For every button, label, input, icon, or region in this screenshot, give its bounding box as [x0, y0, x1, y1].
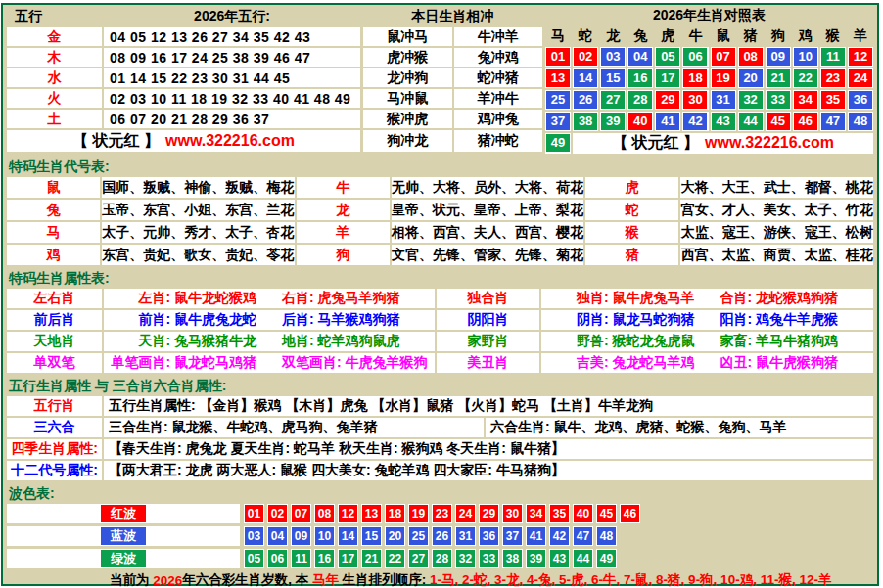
attribute-value: 地肖: 蛇羊鸡狗鼠虎 [282, 333, 400, 350]
attribute-value: 双笔画肖: 牛虎兔羊猴狗 [282, 354, 428, 372]
bose-number: 08 [315, 505, 334, 522]
attribute-value: 左肖: 鼠牛龙蛇猴鸡 [138, 290, 256, 307]
zodiac-number-cell: 23 [820, 68, 846, 88]
table-row: 土 06 07 20 21 28 29 36 37 [7, 110, 360, 128]
table-row: 鼠冲马 牛冲羊 [363, 27, 542, 46]
attribute-value: 【两大君王: 龙虎 两大恶人: 鼠猴 四大美女: 兔蛇羊鸡 四大家臣: 牛马猪狗… [104, 461, 873, 480]
zodiac-number: 18 [683, 69, 707, 87]
zodiac-number: 16 [628, 69, 652, 87]
zodiac-number-cell: 30 [682, 90, 708, 110]
attribute-category: 四季生肖属性: [7, 439, 102, 459]
zodiac-animal: 羊 [848, 26, 873, 44]
element-label: 金 [7, 27, 102, 46]
bose-number: 34 [527, 505, 545, 522]
chong-title: 本日生肖相冲 [363, 7, 542, 25]
zodiac-number: 24 [849, 69, 872, 87]
zodiac-label: 马 [7, 222, 100, 243]
zodiac-animal: 虎 [655, 26, 680, 44]
zodiac-number-cell: 01 [545, 47, 571, 67]
bose-label: 蓝波 [101, 527, 146, 545]
zodiac-number: 38 [574, 113, 597, 130]
zodiac-number: 49 [546, 134, 570, 152]
brand-text: 【 状元红 】 [612, 133, 699, 154]
table-row: 水 01 14 15 22 23 30 31 44 45 [7, 68, 360, 87]
zodiac-number-rows: 0102030405060708091011121314151617181920… [545, 47, 873, 133]
zodiac-number-cell: 49 [545, 133, 571, 154]
table-row: 三六合 三合生肖: 鼠龙猴、牛蛇鸡、虎马狗、兔羊猪 六合生肖: 鼠牛、龙鸡、虎猪… [7, 418, 873, 437]
zodiac-number-cell: 18 [682, 68, 708, 88]
page-frame: 五行 2026年五行: 金 04 05 12 13 26 27 34 35 42… [1, 3, 879, 586]
zodiac-number: 46 [794, 113, 817, 130]
zodiac-number-cell: 03 [600, 47, 626, 67]
attribute-value: 天肖: 兔马猴猪牛龙 [138, 333, 256, 350]
bose-number: 35 [550, 505, 569, 522]
bose-number: 41 [527, 527, 545, 545]
brand-text: 【 状元红 】 [72, 131, 160, 152]
bose-number: 48 [597, 527, 616, 545]
attribute-row: 前后肖 前肖: 鼠牛虎兔龙蛇 后肖: 马羊猴鸡狗猪 阴阳肖 阴肖: 鼠龙马蛇狗猪… [7, 310, 873, 330]
zodiac-animal: 牛 [682, 26, 708, 44]
brand-url[interactable]: www.322216.com [165, 132, 295, 150]
attribute-value: 野兽: 猴蛇龙兔虎鼠 [577, 333, 695, 350]
section-title-wuxing-attr: 五行生肖属性 与 三合肖六合肖属性: [7, 378, 873, 394]
footer-text-segment: 2026 [153, 573, 182, 588]
attribute-value: 合肖: 龙蛇猴鸡狗猪 [720, 290, 839, 307]
zodiac-animal: 龙 [600, 26, 626, 44]
bose-number: 28 [433, 550, 451, 567]
bose-number: 36 [480, 527, 498, 545]
footer-text-segment: 生肖排列顺序: [339, 571, 430, 588]
shuxing-table: 左右肖 左肖: 鼠牛龙蛇猴鸡 右肖: 虎兔马羊狗猪 独合肖 独肖: 鼠牛虎兔马羊… [7, 289, 873, 373]
table-row: 十二代号属性: 【两大君王: 龙虎 两大恶人: 鼠猴 四大美女: 兔蛇羊鸡 四大… [7, 461, 873, 480]
attribute-category: 家野肖 [437, 332, 539, 351]
bose-number: 38 [503, 550, 522, 567]
zodiac-number: 01 [546, 48, 570, 66]
element-numbers: 04 05 12 13 26 27 34 35 42 43 [104, 27, 360, 46]
table-row: 鼠 国师、叛贼、神偷、叛贼、梅花 牛 无帅、大将、员外、大将、荷花 虎 大将、大… [7, 177, 873, 198]
chong-table: 本日生肖相冲 鼠冲马 牛冲羊 虎冲猴 兔冲鸡 龙冲狗 蛇冲猪 马冲鼠 羊冲牛 猴… [363, 7, 542, 154]
zodiac-number: 09 [767, 48, 790, 66]
zodiac-number-cell: 36 [848, 90, 873, 110]
zodiac-number: 35 [821, 91, 845, 109]
element-numbers: 02 03 10 11 18 19 32 33 40 41 48 49 [104, 89, 360, 108]
zodiac-number: 45 [767, 113, 790, 130]
footer-text-segment: 1-马, 2-蛇, 3-龙, 4-兔, 5-虎, 6-牛, 7-鼠, 8-猪, … [430, 571, 831, 588]
zodiac-number-cell: 40 [627, 112, 653, 131]
chong-pair: 兔冲鸡 [454, 48, 543, 67]
table-row: 【 状元红 】 www.322216.com [7, 130, 360, 152]
table-row: 马冲鼠 羊冲牛 [363, 89, 542, 108]
bose-number: 32 [456, 550, 475, 567]
bose-number: 12 [339, 505, 357, 522]
table-row: 猴冲虎 鸡冲兔 [363, 110, 542, 128]
zodiac-codes: 相将、西宫、夫人、西宫、樱花 [392, 222, 584, 243]
zodiac-number-cell: 13 [545, 68, 571, 88]
table-row: 兔 玉帝、东宫、小姐、东宫、兰花 龙 皇帝、状元、皇帝、上帝、梨花 蛇 宫女、才… [7, 200, 873, 220]
zodiac-number-cell: 16 [627, 68, 653, 88]
bose-number: 33 [480, 550, 498, 567]
bose-number: 02 [268, 505, 287, 522]
bose-number: 49 [597, 550, 616, 567]
zodiac-number-cell: 09 [766, 47, 791, 67]
zodiac-number: 08 [739, 48, 763, 66]
zodiac-number: 44 [739, 113, 763, 130]
zodiac-animal: 猪 [738, 26, 764, 44]
zodiac-number: 29 [656, 91, 679, 109]
attribute-value: 后肖: 马羊猴鸡狗猪 [282, 311, 400, 329]
zodiac-number-cell: 05 [655, 47, 680, 67]
table-row: 四季生肖属性: 【春天生肖: 虎兔龙 夏天生肖: 蛇马羊 秋天生肖: 猴狗鸡 冬… [7, 439, 873, 459]
zodiac-number: 25 [546, 91, 570, 109]
zodiac-number: 47 [821, 113, 845, 130]
bose-number: 07 [292, 505, 310, 522]
bose-number: 46 [621, 505, 639, 522]
zodiac-number-cell: 26 [573, 90, 598, 110]
zodiac-number: 23 [821, 69, 845, 87]
brand-url[interactable]: www.322216.com [705, 134, 834, 152]
zodiac-number: 41 [656, 113, 679, 130]
attribute-category: 五行肖 [7, 396, 102, 416]
table-row: 狗冲龙 猪冲蛇 [363, 130, 542, 152]
attribute-values: 野兽: 猴蛇龙兔虎鼠 家畜: 羊马牛猪狗鸡 [541, 332, 873, 351]
element-label: 水 [7, 68, 102, 87]
zodiac-animal: 兔 [627, 26, 653, 44]
bose-number: 09 [292, 527, 310, 545]
brand-cell: 【 状元红 】 www.322216.com [7, 130, 360, 152]
attribute-values: 左肖: 鼠牛龙蛇猴鸡 右肖: 虎兔马羊狗猪 [104, 289, 435, 308]
